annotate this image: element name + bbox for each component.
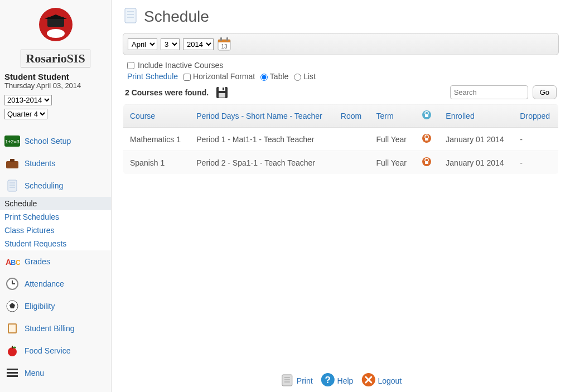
- nav-label: Food Service: [25, 346, 70, 355]
- month-select[interactable]: April: [128, 38, 157, 50]
- svg-rect-33: [218, 40, 230, 42]
- quarter-select[interactable]: Quarter 4: [4, 109, 47, 119]
- page-icon: [123, 7, 138, 26]
- include-inactive-checkbox[interactable]: [127, 62, 134, 69]
- nav-scheduling[interactable]: Scheduling: [0, 175, 111, 197]
- schedule-table: Course Period Days - Short Name - Teache…: [123, 104, 559, 175]
- nav-students[interactable]: Students: [0, 152, 111, 175]
- brand-name: RosarioSIS: [21, 50, 90, 67]
- date-toolbar: April 3 2014 13: [123, 33, 559, 55]
- logout-icon: [361, 372, 375, 389]
- soccer-icon: [4, 299, 20, 313]
- sidebar: RosarioSIS Student Student Thursday Apri…: [0, 0, 112, 392]
- cell-lock[interactable]: [415, 128, 439, 151]
- col-course[interactable]: Course: [123, 104, 190, 128]
- col-room[interactable]: Room: [334, 104, 370, 128]
- subnav-print-schedules[interactable]: Print Schedules: [0, 210, 111, 224]
- view-table-radio[interactable]: [260, 74, 268, 81]
- logo-area: RosarioSIS: [0, 4, 111, 72]
- book-icon: [4, 322, 20, 335]
- svg-text:C: C: [16, 259, 20, 267]
- footer-logout[interactable]: Logout: [361, 372, 402, 389]
- help-icon: ?: [321, 372, 335, 389]
- svg-text:13: 13: [221, 43, 228, 50]
- results-count: 2 Courses were found.: [125, 88, 209, 97]
- subnav-class-pictures[interactable]: Class Pictures: [0, 224, 111, 237]
- svg-rect-23: [12, 346, 13, 349]
- chalkboard-icon: 1+2=3: [4, 134, 20, 148]
- clock-icon: [4, 277, 20, 291]
- horizontal-format-checkbox[interactable]: [183, 74, 191, 81]
- nav-attendance[interactable]: Attendance: [0, 273, 111, 295]
- cell-room: [334, 128, 370, 151]
- document-icon: [4, 179, 20, 192]
- briefcase-icon: [4, 157, 20, 170]
- view-table-label: Table: [270, 72, 288, 81]
- svg-text:1+2=3: 1+2=3: [5, 139, 20, 144]
- horizontal-format-label: Horizontal Format: [193, 72, 255, 81]
- svg-rect-44: [425, 138, 428, 141]
- svg-rect-39: [223, 88, 224, 90]
- col-enrolled[interactable]: Enrolled: [439, 104, 513, 128]
- search-input[interactable]: [450, 85, 528, 99]
- cell-term: Full Year: [369, 128, 414, 151]
- col-dropped[interactable]: Dropped: [513, 104, 558, 128]
- svg-rect-7: [10, 159, 15, 162]
- nav-label: Student Billing: [25, 324, 75, 333]
- nav-label: Eligibility: [25, 302, 55, 311]
- cell-enrolled: January 01 2014: [439, 151, 513, 175]
- nav-label: Students: [25, 159, 55, 168]
- menu-icon: [4, 366, 20, 380]
- table-row: Spanish 1 Period 2 - Spa1-1 - Teach Teac…: [123, 151, 559, 175]
- svg-point-3: [47, 29, 65, 38]
- subnav-student-requests[interactable]: Student Requests: [0, 237, 111, 250]
- cell-room: [334, 151, 370, 175]
- cell-lock[interactable]: [415, 151, 439, 175]
- abc-icon: ABC: [4, 255, 20, 268]
- nav-label: School Setup: [25, 137, 71, 146]
- svg-rect-26: [7, 372, 18, 374]
- print-icon: [280, 372, 294, 389]
- nav-school-setup[interactable]: 1+2=3 School Setup: [0, 130, 111, 152]
- col-period[interactable]: Period Days - Short Name - Teacher: [190, 104, 334, 128]
- day-select[interactable]: 3: [161, 38, 180, 50]
- col-term[interactable]: Term: [369, 104, 414, 128]
- year-input-select[interactable]: 2014: [183, 38, 214, 50]
- svg-rect-6: [6, 161, 18, 168]
- nav-menu[interactable]: Menu: [0, 362, 111, 384]
- cell-course: Mathematics 1: [123, 128, 190, 151]
- footer-help[interactable]: ? Help: [321, 372, 354, 389]
- nav-eligibility[interactable]: Eligibility: [0, 295, 111, 317]
- nav-label: Attendance: [25, 279, 64, 288]
- go-button[interactable]: Go: [533, 85, 557, 99]
- page-title: Schedule: [144, 8, 209, 26]
- save-icon[interactable]: [215, 86, 229, 99]
- footer-label: Print: [297, 376, 313, 385]
- svg-rect-46: [425, 161, 428, 164]
- footer-print[interactable]: Print: [280, 372, 313, 389]
- calendar-icon[interactable]: 13: [217, 37, 231, 51]
- subnav-schedule[interactable]: Schedule: [0, 197, 111, 210]
- cell-dropped: -: [513, 128, 558, 151]
- nav-label: Grades: [25, 257, 50, 266]
- nav-student-billing[interactable]: Student Billing: [0, 317, 111, 340]
- nav-food-service[interactable]: Food Service: [0, 340, 111, 362]
- cell-course: Spanish 1: [123, 151, 190, 175]
- svg-point-22: [8, 347, 17, 356]
- nav-label: Scheduling: [25, 181, 63, 190]
- main: Schedule April 3 2014 13 Include Inactiv…: [112, 0, 570, 392]
- include-inactive-label: Include Inactive Courses: [138, 61, 223, 70]
- print-schedule-link[interactable]: Print Schedule: [127, 72, 178, 81]
- svg-rect-8: [8, 180, 17, 191]
- nav: 1+2=3 School Setup Students Scheduling S…: [0, 130, 111, 384]
- svg-rect-42: [425, 114, 428, 117]
- student-name: Student Student: [0, 72, 111, 81]
- footer-label: Logout: [378, 376, 402, 385]
- nav-grades[interactable]: ABC Grades: [0, 250, 111, 273]
- col-lock[interactable]: [415, 104, 439, 128]
- view-list-radio[interactable]: [294, 74, 301, 81]
- year-select[interactable]: 2013-2014: [4, 95, 52, 105]
- apple-icon: [4, 344, 20, 357]
- svg-rect-34: [220, 37, 222, 41]
- footer-label: Help: [337, 376, 354, 385]
